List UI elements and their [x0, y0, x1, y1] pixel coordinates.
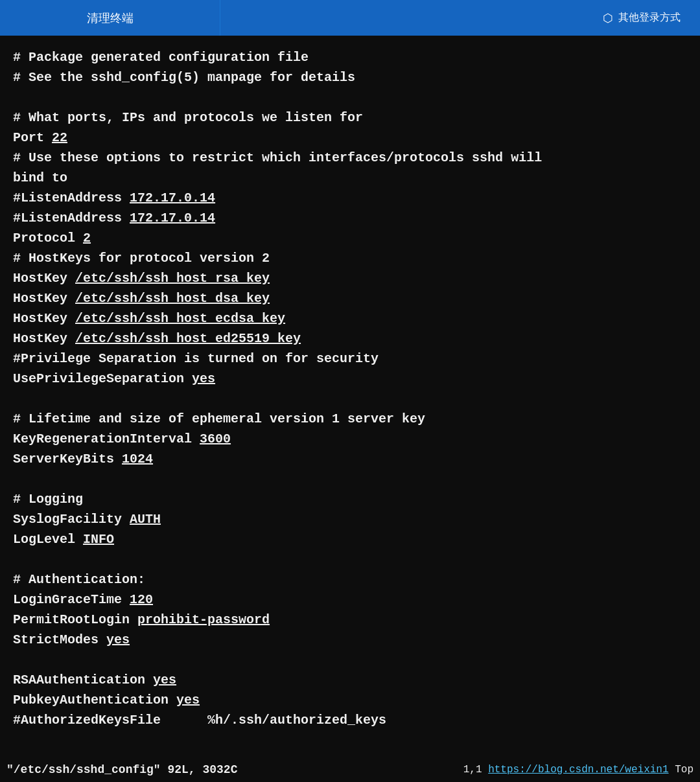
line-19: # Lifetime and size of ephemeral version…: [13, 409, 687, 429]
line-5: Port 22: [13, 128, 687, 148]
line-2: # See the sshd_config(5) manpage for det…: [13, 67, 687, 87]
empty-line-31: [13, 650, 687, 670]
other-login-label: 其他登录方式: [618, 11, 681, 25]
blog-link[interactable]: https://blog.csdn.net/weixin1: [488, 764, 668, 776]
terminal-content: # Package generated configuration file #…: [0, 36, 700, 742]
line-8: #ListenAddress 172.17.0.14: [13, 188, 687, 208]
empty-line-26: [13, 549, 687, 569]
line-14: HostKey /etc/ssh/ssh_host_ecdsa_key: [13, 308, 687, 328]
other-login-area[interactable]: ⬡ 其他登录方式: [220, 0, 700, 36]
line-20: KeyRegenerationInterval 3600: [13, 429, 687, 449]
top-bar: 清理终端 ⬡ 其他登录方式: [0, 0, 700, 36]
line-29: PermitRootLogin prohibit-password: [13, 610, 687, 630]
line-27: # Authentication:: [13, 569, 687, 590]
empty-line-22: [13, 469, 687, 489]
empty-line-3: [13, 87, 687, 108]
empty-line-18: [13, 389, 687, 409]
line-6: # Use these options to restrict which in…: [13, 148, 687, 168]
line-15: HostKey /etc/ssh/ssh_host_ed25519_key: [13, 328, 687, 349]
position-info: 1,1 https://blog.csdn.net/weixin1 Top: [463, 764, 694, 776]
file-info: "/etc/ssh/sshd_config" 92L, 3032C: [6, 763, 237, 776]
line-25: LogLevel INFO: [13, 529, 687, 549]
line-23: # Logging: [13, 489, 687, 509]
line-4: # What ports, IPs and protocols we liste…: [13, 108, 687, 128]
status-bar: "/etc/ssh/sshd_config" 92L, 3032C 1,1 ht…: [0, 757, 700, 782]
line-28: LoginGraceTime 120: [13, 590, 687, 610]
line-24: SyslogFacility AUTH: [13, 509, 687, 529]
login-icon: ⬡: [603, 11, 613, 25]
line-12: HostKey /etc/ssh/ssh_host_rsa_key: [13, 268, 687, 288]
line-9: #ListenAddress 172.17.0.14: [13, 208, 687, 228]
line-30: StrictModes yes: [13, 630, 687, 650]
line-17: UsePrivilegeSeparation yes: [13, 369, 687, 389]
line-21: ServerKeyBits 1024: [13, 449, 687, 469]
line-16: #Privilege Separation is turned on for s…: [13, 349, 687, 369]
line-33: PubkeyAuthentication yes: [13, 690, 687, 710]
clear-terminal-label: 清理终端: [87, 10, 134, 26]
line-7: bind to: [13, 168, 687, 188]
line-10: Protocol 2: [13, 228, 687, 248]
line-32: RSAAuthentication yes: [13, 670, 687, 690]
cursor-position: 1,1: [463, 764, 482, 776]
line-13: HostKey /etc/ssh/ssh_host_dsa_key: [13, 288, 687, 308]
scroll-position: Top: [675, 764, 694, 776]
line-34: #AuthorizedKeysFile %h/.ssh/authorized_k…: [13, 710, 687, 730]
line-11: # HostKeys for protocol version 2: [13, 248, 687, 268]
line-1: # Package generated configuration file: [13, 47, 687, 67]
clear-terminal-button[interactable]: 清理终端: [0, 0, 220, 36]
